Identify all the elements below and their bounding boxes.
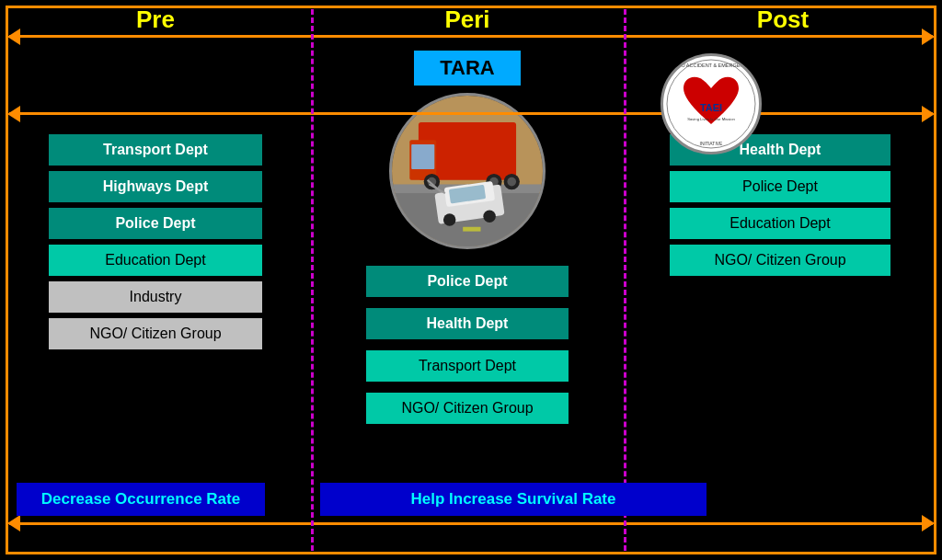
section-headers: Pre Peri Post bbox=[0, 6, 942, 34]
svg-point-16 bbox=[483, 210, 496, 223]
divider-right bbox=[624, 9, 626, 551]
main-container: Pre Peri Post Transport Dept Highways De… bbox=[0, 0, 942, 560]
svg-rect-5 bbox=[411, 144, 434, 169]
bottom-labels: Decrease Occurrence Rate Help Increase S… bbox=[0, 483, 942, 516]
pre-dept-5: NGO/ Citizen Group bbox=[49, 318, 262, 349]
svg-text:INITIATIVE: INITIATIVE bbox=[700, 141, 724, 146]
post-dept-3: NGO/ Citizen Group bbox=[670, 245, 890, 276]
taei-logo: TAMILNADU ACCIDENT & EMERGENCY CARE INIT… bbox=[661, 53, 762, 154]
mid-arrow-right-icon bbox=[922, 106, 935, 122]
top-orange-line bbox=[9, 35, 933, 38]
divider-left bbox=[311, 9, 314, 551]
pre-dept-4: Industry bbox=[49, 281, 262, 313]
mid-orange-line bbox=[9, 112, 933, 115]
post-dept-1: Police Dept bbox=[670, 171, 890, 202]
post-header: Post bbox=[624, 6, 942, 34]
pre-section: Transport Dept Highways Dept Police Dept… bbox=[9, 129, 302, 355]
mid-arrow-left-icon bbox=[7, 106, 20, 122]
svg-point-11 bbox=[507, 177, 516, 187]
increase-survival-label: Help Increase Survival Rate bbox=[320, 483, 706, 516]
svg-text:TAEI: TAEI bbox=[700, 102, 722, 113]
peri-section: TARA bbox=[311, 41, 624, 429]
pre-dept-3: Education Dept bbox=[49, 245, 262, 276]
peri-header: Peri bbox=[311, 6, 624, 34]
pre-dept-0: Transport Dept bbox=[49, 134, 262, 166]
accident-scene-svg bbox=[392, 93, 543, 249]
peri-dept-1: Health Dept bbox=[366, 308, 569, 339]
svg-text:Saving Lives Is Our Mission: Saving Lives Is Our Mission bbox=[687, 117, 735, 121]
bot-arrow-left-icon bbox=[7, 515, 20, 531]
post-section: Health Dept Police Dept Education Dept N… bbox=[624, 129, 933, 281]
pre-header: Pre bbox=[0, 6, 311, 34]
decrease-occurrence-label: Decrease Occurrence Rate bbox=[17, 483, 265, 516]
pre-dept-2: Police Dept bbox=[49, 208, 262, 239]
peri-dept-3: NGO/ Citizen Group bbox=[366, 393, 569, 424]
bottom-orange-line bbox=[9, 522, 933, 525]
svg-text:TAMILNADU ACCIDENT & EMERGENCY: TAMILNADU ACCIDENT & EMERGENCY CARE bbox=[665, 63, 757, 68]
peri-depts: Police Dept Health Dept Transport Dept N… bbox=[311, 260, 624, 429]
svg-point-15 bbox=[443, 213, 456, 226]
taei-logo-svg: TAMILNADU ACCIDENT & EMERGENCY CARE INIT… bbox=[665, 58, 757, 150]
post-dept-2: Education Dept bbox=[670, 208, 890, 239]
svg-rect-19 bbox=[463, 227, 480, 232]
accident-photo bbox=[389, 93, 546, 249]
peri-dept-2: Transport Dept bbox=[366, 350, 569, 382]
peri-dept-0: Police Dept bbox=[366, 266, 569, 297]
bot-arrow-right-icon bbox=[922, 515, 935, 531]
tara-label: TARA bbox=[414, 51, 520, 86]
pre-dept-1: Highways Dept bbox=[49, 171, 262, 202]
